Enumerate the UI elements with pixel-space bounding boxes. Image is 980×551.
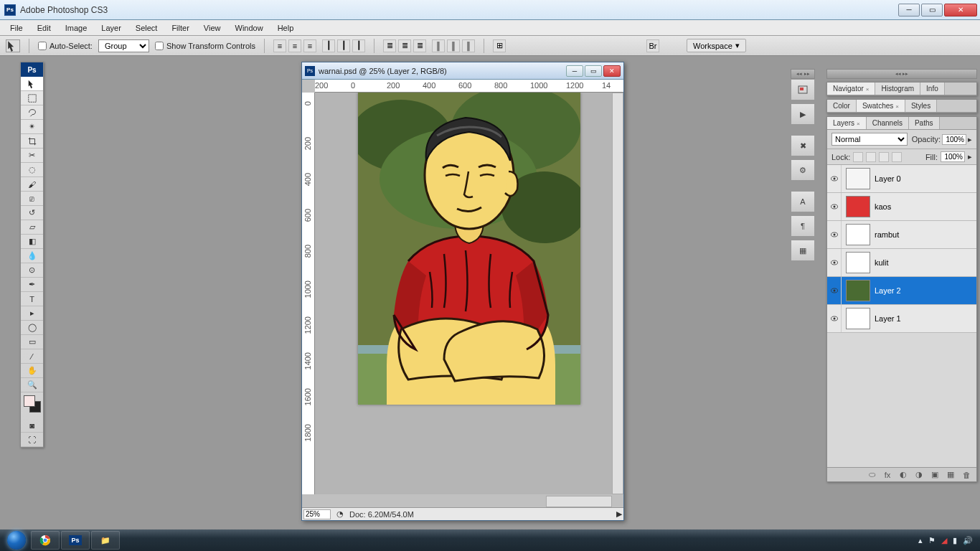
tab-swatches[interactable]: Swatches× — [857, 100, 905, 112]
align-hcenter-icon[interactable]: ┃ — [337, 39, 350, 52]
distribute-vcenter-icon[interactable]: ≣ — [398, 39, 411, 52]
shape-tool[interactable]: ◯ — [21, 321, 43, 335]
foreground-color[interactable] — [24, 395, 35, 407]
menu-view[interactable]: View — [197, 22, 228, 34]
layer-thumbnail[interactable] — [846, 252, 870, 273]
opacity-input[interactable] — [942, 134, 966, 145]
doc-status-arrow-icon[interactable]: ▶ — [616, 509, 622, 519]
workspace-dropdown[interactable]: Workspace▾ — [687, 39, 746, 52]
layer-thumbnail[interactable] — [846, 308, 870, 329]
align-top-icon[interactable]: ≡ — [273, 39, 286, 52]
layer-visibility-icon[interactable] — [827, 165, 842, 192]
menu-layer[interactable]: Layer — [94, 22, 128, 34]
taskbar-photoshop-button[interactable]: Ps — [61, 531, 90, 550]
menu-select[interactable]: Select — [128, 22, 165, 34]
canvas-area[interactable] — [315, 93, 612, 494]
layercomps-dock-icon[interactable]: ▦ — [791, 240, 815, 261]
screen-mode-tool[interactable]: ⛶ — [21, 433, 43, 447]
move-tool[interactable] — [21, 77, 43, 91]
window-close-button[interactable]: ✕ — [944, 4, 977, 17]
canvas[interactable] — [358, 93, 580, 405]
layer-visibility-icon[interactable] — [827, 221, 842, 248]
auto-select-checkbox[interactable]: Auto-Select: — [38, 42, 93, 50]
distribute-bottom-icon[interactable]: ≣ — [413, 39, 426, 52]
bridge-icon[interactable]: Br — [646, 39, 659, 52]
layer-group-icon[interactable]: ▣ — [929, 470, 941, 480]
auto-align-icon[interactable]: ⊞ — [493, 39, 506, 52]
show-transform-checkbox[interactable]: Show Transform Controls — [155, 42, 255, 50]
notes-tool[interactable]: ▭ — [21, 335, 43, 349]
type-tool[interactable]: T — [21, 292, 43, 306]
blend-mode-dropdown[interactable]: Normal — [831, 133, 908, 146]
layer-style-icon[interactable]: fx — [882, 470, 893, 480]
layer-thumbnail[interactable] — [846, 224, 870, 245]
paragraph-dock-icon[interactable]: ¶ — [791, 215, 815, 237]
link-layers-icon[interactable]: ⬭ — [866, 470, 877, 480]
tool-preset-icon[interactable] — [6, 39, 20, 52]
menu-window[interactable]: Window — [228, 22, 270, 34]
fill-input[interactable] — [941, 151, 965, 162]
pen-tool[interactable]: ✒ — [21, 278, 43, 292]
hand-tool[interactable]: ✋ — [21, 364, 43, 378]
menu-file[interactable]: File — [3, 22, 30, 34]
delete-layer-icon[interactable]: 🗑 — [961, 470, 972, 480]
distribute-right-icon[interactable]: ║ — [462, 39, 475, 52]
align-bottom-icon[interactable]: ≡ — [303, 39, 316, 52]
new-layer-icon[interactable]: ▦ — [945, 470, 956, 480]
crop-tool[interactable] — [21, 134, 43, 149]
layer-visibility-icon[interactable] — [827, 305, 842, 332]
auto-select-dropdown[interactable]: Group — [98, 39, 149, 52]
eraser-tool[interactable]: ▱ — [21, 220, 43, 235]
align-right-icon[interactable]: ┃ — [352, 39, 365, 52]
layer-visibility-icon[interactable] — [827, 249, 842, 276]
tray-network-icon[interactable]: ▮ — [953, 536, 957, 545]
opacity-arrow-icon[interactable]: ▸ — [968, 135, 972, 144]
lock-all-icon[interactable] — [892, 152, 902, 162]
tab-layers[interactable]: Layers× — [827, 117, 867, 129]
doc-minimize-button[interactable]: ─ — [566, 65, 583, 77]
adjustment-layer-icon[interactable]: ◑ — [913, 470, 925, 480]
path-selection-tool[interactable]: ▸ — [21, 306, 43, 321]
taskbar-explorer-button[interactable]: 📁 — [91, 531, 120, 550]
tray-volume-icon[interactable]: 🔊 — [963, 536, 973, 545]
doc-close-button[interactable]: ✕ — [603, 65, 621, 77]
taskbar-chrome-button[interactable] — [31, 531, 60, 550]
fill-arrow-icon[interactable]: ▸ — [968, 152, 972, 161]
layer-thumbnail[interactable] — [846, 280, 870, 301]
marquee-tool[interactable] — [21, 91, 43, 105]
layer-row[interactable]: Layer 1 — [827, 305, 976, 333]
doc-info-icon[interactable]: ◔ — [336, 509, 344, 519]
tab-info[interactable]: Info — [920, 83, 945, 95]
tab-channels[interactable]: Channels — [867, 117, 909, 129]
layer-visibility-icon[interactable] — [827, 193, 842, 220]
tab-styles[interactable]: Styles — [905, 100, 937, 112]
eyedropper-tool[interactable]: ⁄ — [21, 349, 43, 364]
lock-image-icon[interactable] — [866, 152, 876, 162]
vertical-scrollbar[interactable] — [612, 93, 623, 494]
history-dock-icon[interactable]: ✖ — [791, 135, 815, 156]
layer-row[interactable]: rambut — [827, 221, 976, 249]
start-button[interactable] — [3, 531, 30, 550]
color-picker[interactable] — [21, 392, 43, 418]
tray-antivirus-icon[interactable]: ◢ — [941, 536, 947, 545]
tab-paths[interactable]: Paths — [909, 117, 940, 129]
lock-position-icon[interactable] — [879, 152, 889, 162]
tray-up-icon[interactable]: ▴ — [918, 536, 923, 545]
dodge-tool[interactable]: ⊙ — [21, 263, 43, 278]
document-titlebar[interactable]: Ps warnai.psd @ 25% (Layer 2, RGB/8) ─ ▭… — [302, 62, 623, 80]
distribute-top-icon[interactable]: ≣ — [383, 39, 396, 52]
menu-edit[interactable]: Edit — [30, 22, 58, 34]
dock-collapse-bar[interactable]: ◂◂▸▸ — [791, 69, 815, 79]
clone-stamp-tool[interactable]: ⎚ — [21, 192, 43, 206]
navigator-dock-icon[interactable] — [791, 79, 815, 100]
brush-tool[interactable]: 🖌 — [21, 177, 43, 192]
quick-mask-tool[interactable]: ◙ — [21, 418, 43, 433]
layer-row[interactable]: kulit — [827, 249, 976, 277]
tab-navigator[interactable]: Navigator× — [827, 83, 875, 95]
align-vcenter-icon[interactable]: ≡ — [288, 39, 301, 52]
zoom-input[interactable] — [303, 509, 331, 519]
actions-dock-icon[interactable]: ⚙ — [791, 159, 815, 181]
align-left-icon[interactable]: ┃ — [322, 39, 335, 52]
menu-help[interactable]: Help — [270, 22, 301, 34]
layer-thumbnail[interactable] — [846, 168, 870, 189]
